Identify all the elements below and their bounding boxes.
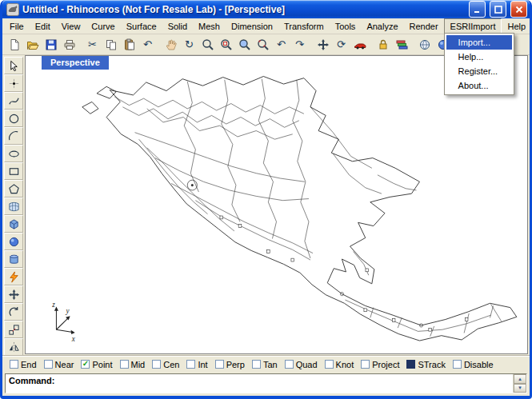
osnap-quad[interactable]: ✓ Quad xyxy=(285,360,318,369)
rhino-app-icon xyxy=(6,3,19,16)
int-checkbox[interactable]: ✓ xyxy=(186,360,195,369)
osnap-end[interactable]: ✓ End xyxy=(10,360,37,369)
move-icon[interactable] xyxy=(314,35,332,54)
scroll-up-icon[interactable]: ▲ xyxy=(514,374,526,384)
menu-help[interactable]: Help xyxy=(502,18,531,34)
menu-surface[interactable]: Surface xyxy=(121,18,162,34)
osnap-point[interactable]: ✓ Point xyxy=(81,360,112,369)
mirror-icon[interactable] xyxy=(4,338,23,356)
viewport-tab[interactable]: Perspective xyxy=(42,56,109,70)
arc-icon[interactable] xyxy=(4,127,23,145)
render-car-icon[interactable] xyxy=(350,35,369,54)
point-icon[interactable] xyxy=(4,74,23,92)
osnap-cen[interactable]: ✓ Cen xyxy=(152,360,179,369)
close-button[interactable] xyxy=(510,1,527,18)
perp-checkbox[interactable]: ✓ xyxy=(215,360,224,369)
curve-icon[interactable] xyxy=(4,92,23,110)
menu-solid[interactable]: Solid xyxy=(162,18,193,34)
minimize-button[interactable] xyxy=(469,1,486,18)
pan-view-icon[interactable] xyxy=(162,35,180,54)
explode-icon[interactable] xyxy=(4,268,23,285)
quad-checkbox[interactable]: ✓ xyxy=(285,360,294,369)
menu-mesh[interactable]: Mesh xyxy=(193,18,226,34)
undo-view-icon[interactable]: ↶ xyxy=(272,35,290,54)
menu-edit[interactable]: Edit xyxy=(30,18,56,34)
cylinder-icon[interactable] xyxy=(4,250,23,268)
new-file-icon[interactable] xyxy=(5,35,23,54)
point-checkbox[interactable]: ✓ xyxy=(81,360,90,369)
menu-item-register[interactable]: Register... xyxy=(446,64,512,78)
command-input[interactable] xyxy=(56,374,513,393)
rotate-view-icon[interactable]: ↻ xyxy=(180,35,198,54)
viewport-canvas[interactable]: z y x xyxy=(26,56,527,353)
surface-icon[interactable] xyxy=(4,198,23,215)
undo-icon[interactable]: ↶ xyxy=(138,35,157,54)
menu-view[interactable]: View xyxy=(56,18,86,34)
menu-curve[interactable]: Curve xyxy=(86,18,120,34)
display-wireframe-icon[interactable] xyxy=(415,35,434,54)
command-field[interactable]: Command: ▲ ▼ xyxy=(5,373,527,393)
command-scrollbar: ▲ ▼ xyxy=(513,374,526,393)
menu-file[interactable]: File xyxy=(4,18,30,34)
move-tool-icon[interactable] xyxy=(4,285,23,303)
osnap-int[interactable]: ✓ Int xyxy=(186,360,207,369)
zoom-extents-icon[interactable] xyxy=(254,35,272,54)
osnap-near[interactable]: ✓ Near xyxy=(44,360,74,369)
strack-checkbox[interactable]: ✓ xyxy=(406,360,415,369)
circle-icon[interactable] xyxy=(4,110,23,127)
paste-icon[interactable] xyxy=(120,35,138,54)
osnap-tan[interactable]: ✓ Tan xyxy=(252,360,278,369)
end-checkbox[interactable]: ✓ xyxy=(10,360,18,369)
osnap-knot-label: Knot xyxy=(336,360,354,369)
copy-icon[interactable] xyxy=(102,35,120,54)
menu-item-about[interactable]: About... xyxy=(446,78,512,93)
menu-item-help[interactable]: Help... xyxy=(446,50,512,64)
zoom-selected-icon[interactable] xyxy=(235,35,254,54)
maximize-button[interactable] xyxy=(490,1,506,18)
lock-icon[interactable] xyxy=(374,35,392,54)
menu-dimension[interactable]: Dimension xyxy=(226,18,278,34)
menu-esriimport[interactable]: ESRIImport Import... Help... Register...… xyxy=(444,18,502,34)
titlebar[interactable]: Untitled - Rhinoceros (Not For Resale La… xyxy=(2,0,530,18)
menu-render[interactable]: Render xyxy=(404,18,444,34)
scroll-down-icon[interactable]: ▼ xyxy=(514,384,526,393)
perspective-viewport[interactable]: Perspective xyxy=(25,55,528,354)
project-checkbox[interactable]: ✓ xyxy=(361,360,370,369)
osnap-mid[interactable]: ✓ Mid xyxy=(120,360,146,369)
osnap-disable[interactable]: ✓ Disable xyxy=(453,360,494,369)
tan-checkbox[interactable]: ✓ xyxy=(252,360,261,369)
menu-item-import[interactable]: Import... xyxy=(446,35,512,50)
osnap-knot[interactable]: ✓ Knot xyxy=(325,360,354,369)
print-icon[interactable] xyxy=(60,35,78,54)
save-icon[interactable] xyxy=(42,35,60,54)
disable-checkbox[interactable]: ✓ xyxy=(453,360,462,369)
mid-checkbox[interactable]: ✓ xyxy=(120,360,129,369)
osnap-strack[interactable]: ✓ STrack xyxy=(406,360,445,369)
menu-bar: File Edit View Curve Surface Solid Mesh … xyxy=(2,18,530,34)
menu-tools[interactable]: Tools xyxy=(330,18,362,34)
rectangle-icon[interactable] xyxy=(4,162,23,180)
osnap-perp[interactable]: ✓ Perp xyxy=(215,360,245,369)
knot-checkbox[interactable]: ✓ xyxy=(325,360,334,369)
menu-transform[interactable]: Transform xyxy=(278,18,330,34)
sphere-icon[interactable] xyxy=(4,233,23,250)
rotate-tool-icon[interactable] xyxy=(4,303,23,321)
ellipse-icon[interactable] xyxy=(4,145,23,162)
select-arrow-icon[interactable] xyxy=(4,57,23,74)
redo-view-icon[interactable]: ↷ xyxy=(290,35,309,54)
zoom-icon[interactable] xyxy=(198,35,217,54)
scale-tool-icon[interactable] xyxy=(4,321,23,338)
box-icon[interactable] xyxy=(4,215,23,233)
zoom-window-icon[interactable] xyxy=(217,35,235,54)
near-checkbox[interactable]: ✓ xyxy=(44,360,53,369)
osnap-project[interactable]: ✓ Project xyxy=(361,360,399,369)
menu-analyze[interactable]: Analyze xyxy=(361,18,403,34)
osnap-int-label: Int xyxy=(198,360,207,369)
rotate-icon[interactable]: ⟳ xyxy=(332,35,350,54)
open-file-icon[interactable] xyxy=(23,35,42,54)
polygon-icon[interactable] xyxy=(4,180,23,198)
layers-icon[interactable] xyxy=(392,35,410,54)
cen-checkbox[interactable]: ✓ xyxy=(152,360,161,369)
osnap-bar: ✓ End ✓ Near ✓ Point ✓ Mid ✓ Cen ✓ Int xyxy=(2,356,530,372)
cut-icon[interactable]: ✂ xyxy=(83,35,102,54)
